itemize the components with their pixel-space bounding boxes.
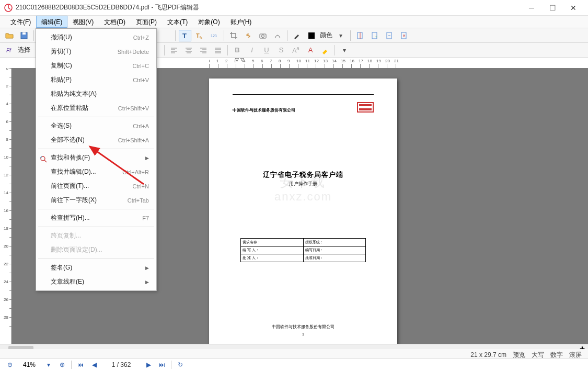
- ruler-vertical: 0246810121416182022242628: [0, 68, 11, 344]
- preview-label[interactable]: 预览: [513, 351, 525, 360]
- company-header: 中国软件与技术服务股份有限公司: [233, 107, 295, 113]
- close-button[interactable]: ✕: [563, 0, 584, 16]
- svg-text:123: 123: [211, 34, 217, 38]
- menu-paste[interactable]: 粘贴(P)Ctrl+V: [36, 73, 156, 87]
- menu-page[interactable]: 页面(P): [131, 16, 162, 28]
- color-swatch[interactable]: [305, 30, 318, 41]
- align-right[interactable]: [197, 44, 210, 56]
- maximize-button[interactable]: ☐: [542, 0, 563, 16]
- svg-rect-9: [308, 32, 315, 39]
- text-color-button[interactable]: A: [304, 44, 317, 56]
- superscript-button[interactable]: Aa: [290, 44, 302, 56]
- menu-find-replace[interactable]: 查找和替换(F)▶: [36, 151, 156, 165]
- doc-subtitle: 用户操作手册: [209, 181, 397, 187]
- highlight-button[interactable]: [319, 44, 331, 56]
- menu-deselect-all[interactable]: 全部不选(N)Ctrl+Shift+A: [36, 133, 156, 147]
- minimize-button[interactable]: ─: [521, 0, 542, 16]
- link-tool[interactable]: [242, 30, 255, 41]
- page-index[interactable]: 1 / 362: [103, 361, 140, 368]
- menubar: 文件(F) 编辑(E) 视图(V) 文档(D) 页面(P) 文本(T) 对象(O…: [0, 16, 588, 28]
- zoom-value[interactable]: 41%: [19, 361, 40, 368]
- zoom-dropdown[interactable]: ▾: [44, 361, 53, 368]
- svg-text:+: +: [375, 35, 377, 40]
- page-number: 1: [209, 332, 397, 336]
- page-tool-4[interactable]: [398, 30, 410, 41]
- save-button[interactable]: [18, 30, 30, 41]
- scroll-label: 滚屏: [569, 351, 582, 360]
- company-footer: 中国软件与技术服务股份有限公司: [209, 324, 397, 330]
- align-center[interactable]: [182, 44, 195, 56]
- pen-tool[interactable]: [291, 30, 303, 41]
- zoom-in-button[interactable]: ⊕: [57, 361, 67, 368]
- menu-spellcheck[interactable]: 检查拼写(H)...F7: [36, 211, 156, 225]
- first-page-button[interactable]: ⏮: [76, 361, 85, 368]
- prev-page-button[interactable]: ◀: [89, 361, 99, 368]
- menu-paste-plain[interactable]: 粘贴为纯文本(A): [36, 87, 156, 101]
- underline-button[interactable]: U: [260, 44, 273, 56]
- find-edit-icon: [39, 155, 49, 164]
- page-tool-1[interactable]: [354, 30, 366, 41]
- stamp-icon: [357, 102, 374, 113]
- doc-main-title: 辽宁省电子税务局客户端: [209, 170, 397, 180]
- touchup-tool[interactable]: T✎: [193, 30, 206, 41]
- font-format-icon[interactable]: Ff: [3, 44, 16, 56]
- last-page-button[interactable]: ⏭: [157, 361, 167, 368]
- ruler-horizontal: ▽ ▽ 0123456789101112131415161718192021: [209, 58, 408, 68]
- edit-dropdown: 撤消(U)Ctrl+Z 剪切(T)Shift+Delete 复制(C)Ctrl+…: [36, 28, 157, 291]
- page-tool-2[interactable]: +: [368, 30, 381, 41]
- pdf-page[interactable]: 中国软件与技术服务股份有限公司 安下载 anxz.com 辽宁省电子税务局客户端…: [209, 79, 397, 344]
- menu-goto-next-field[interactable]: 前往下一字段(X)Ctrl+Tab: [36, 193, 156, 207]
- page-dimensions: 21 x 29.7 cm: [470, 351, 506, 358]
- menu-signature[interactable]: 签名(G)▶: [36, 261, 156, 275]
- camera-tool[interactable]: [257, 30, 269, 41]
- strike-button[interactable]: S: [275, 44, 287, 56]
- open-button[interactable]: [3, 30, 16, 41]
- align-justify[interactable]: [212, 44, 224, 56]
- num-label: 数字: [550, 351, 563, 360]
- menu-article-thread[interactable]: 文章线程(E)▶: [36, 275, 156, 289]
- menu-undo[interactable]: 撤消(U)Ctrl+Z: [36, 30, 156, 44]
- menu-select-all[interactable]: 全选(S)Ctrl+A: [36, 119, 156, 133]
- bold-button[interactable]: B: [231, 44, 244, 56]
- menu-copy[interactable]: 复制(C)Ctrl+C: [36, 59, 156, 73]
- menu-document[interactable]: 文档(D): [99, 16, 131, 28]
- menu-cross-copy: 跨页复制...: [36, 229, 156, 243]
- menu-object[interactable]: 对象(O): [193, 16, 225, 28]
- window-title: 210C012688B2DB08D3E5C5D2EDB6DD74.pdf - 飞…: [16, 3, 521, 12]
- color-dropdown[interactable]: ▾: [335, 30, 347, 41]
- menu-file[interactable]: 文件(F): [5, 16, 36, 28]
- svg-text:Ff: Ff: [6, 48, 11, 53]
- menu-delete-page-settings: 删除页面设定(D)...: [36, 243, 156, 257]
- caps-label: 大写: [532, 351, 544, 360]
- svg-text:T: T: [182, 32, 187, 40]
- info-table: 需求名称：授权系统： 编 写 人：编写日期： 批 准 人：批准日期：: [240, 238, 366, 262]
- crop-tool[interactable]: [227, 30, 240, 41]
- navbar: ⊖ 41% ▾ ⊕ ⏮ ◀ 1 / 362 ▶ ⏭ ↻: [0, 358, 588, 370]
- nav-extra[interactable]: ↻: [176, 361, 185, 368]
- menu-view[interactable]: 视图(V): [67, 16, 99, 28]
- next-page-button[interactable]: ▶: [144, 361, 153, 368]
- svg-text:✎: ✎: [199, 36, 203, 40]
- page-tool-3[interactable]: [383, 30, 396, 41]
- titlebar: 210C012688B2DB08D3E5C5D2EDB6DD74.pdf - 飞…: [0, 0, 588, 16]
- app-icon: [4, 4, 13, 12]
- more-1[interactable]: ▾: [338, 44, 351, 56]
- measure-tool[interactable]: [271, 30, 284, 41]
- menu-account[interactable]: 账户(H): [225, 16, 257, 28]
- menu-edit[interactable]: 编辑(E): [36, 16, 67, 28]
- italic-button[interactable]: I: [246, 44, 258, 56]
- svg-rect-2: [22, 32, 26, 35]
- color-label: 颜色: [320, 31, 332, 40]
- zoom-out-button[interactable]: ⊖: [5, 361, 15, 368]
- menu-find-edit[interactable]: 查找并编辑(D)...Ctrl+Alt+R: [36, 165, 156, 179]
- svg-point-8: [262, 35, 264, 37]
- menu-text[interactable]: 文本(T): [162, 16, 193, 28]
- align-left[interactable]: [168, 44, 180, 56]
- menu-goto-page[interactable]: 前往页面(T)...Ctrl+N: [36, 179, 156, 193]
- text-tool[interactable]: T: [179, 30, 191, 41]
- menu-paste-inplace[interactable]: 在原位置粘贴Ctrl+Shift+V: [36, 101, 156, 115]
- menu-cut[interactable]: 剪切(T)Shift+Delete: [36, 44, 156, 59]
- text-123-tool[interactable]: 123: [208, 30, 221, 41]
